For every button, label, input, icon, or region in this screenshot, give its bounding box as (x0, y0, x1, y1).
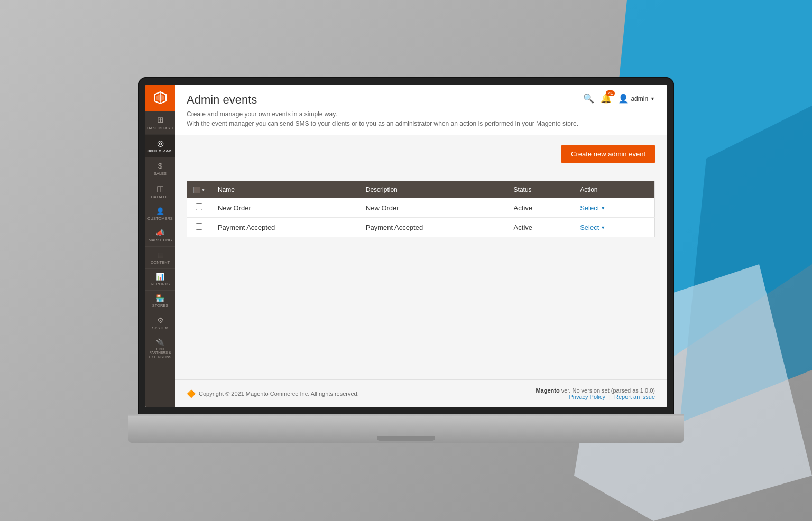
catalog-icon: ◫ (156, 184, 164, 193)
table-header-status: Status (508, 181, 574, 199)
th-arrow-icon: ▼ (201, 188, 205, 192)
footer-left: 🔶 Copyright © 2021 Magento Commerce Inc.… (187, 389, 359, 398)
content-area: Create new admin event ▼ (175, 135, 667, 379)
360nrs-icon: ◎ (157, 138, 164, 148)
sidebar-item-system[interactable]: ⚙ SYSTEM (145, 312, 175, 334)
chevron-down-icon: ▼ (650, 96, 655, 101)
table-row: Payment Accepted Payment Accepted Active… (187, 218, 655, 237)
laptop-base (128, 414, 684, 443)
table-header-checkbox: ▼ (187, 181, 211, 199)
dashboard-icon: ⊞ (157, 115, 164, 125)
row-2-description: Payment Accepted (359, 218, 508, 237)
select-arrow-icon: ▼ (601, 225, 605, 230)
admin-avatar-icon: 👤 (618, 94, 629, 104)
system-icon: ⚙ (157, 316, 164, 324)
table-header-description: Description (359, 181, 508, 199)
sidebar-item-label: CATALOG (151, 194, 170, 199)
sidebar-item-label: DASHBOARD (147, 126, 173, 131)
customers-icon: 👤 (156, 207, 164, 215)
sidebar: ⊞ DASHBOARD ◎ 360NRS-SMS $ SALES ◫ CATAL… (145, 85, 175, 407)
row-1-checkbox[interactable] (196, 203, 202, 210)
notification-badge: 41 (606, 90, 615, 96)
sidebar-item-find-partners[interactable]: 🔌 FIND PARTNERS & EXTENSIONS (145, 334, 175, 363)
page-footer: 🔶 Copyright © 2021 Magento Commerce Inc.… (175, 379, 667, 407)
row-2-select-link[interactable]: Select ▼ (580, 224, 605, 231)
row-1-description: New Order (359, 198, 508, 218)
page-header-left: Admin events Create and manage your own … (187, 93, 578, 128)
sidebar-item-label: STORES (152, 303, 169, 308)
page-subtitle-2: With the event manager you can send SMS … (187, 119, 578, 128)
main-area: Admin events Create and manage your own … (175, 85, 667, 407)
create-admin-event-button[interactable]: Create new admin event (561, 145, 655, 163)
footer-magento-label: Magento (536, 387, 561, 394)
row-2-checkbox[interactable] (196, 223, 202, 230)
sidebar-item-dashboard[interactable]: ⊞ DASHBOARD (145, 111, 175, 134)
page-header: Admin events Create and manage your own … (175, 85, 667, 135)
notification-wrapper: 🔔 41 (601, 93, 612, 104)
stores-icon: 🏪 (156, 294, 164, 302)
footer-right: Magento ver. No version set (parsed as 1… (536, 387, 655, 400)
search-button[interactable]: 🔍 (583, 93, 594, 104)
magento-logo[interactable] (145, 85, 175, 111)
th-checkbox[interactable] (193, 187, 200, 193)
sales-icon: $ (158, 161, 162, 170)
footer-report-issue-link[interactable]: Report an issue (614, 394, 655, 400)
sidebar-item-sales[interactable]: $ SALES (145, 157, 175, 180)
svg-marker-1 (680, 106, 812, 423)
table-row: New Order New Order Active Select ▼ (187, 198, 655, 218)
marketing-icon: 📣 (156, 229, 164, 237)
sidebar-item-label: CUSTOMERS (147, 216, 173, 221)
sidebar-item-reports[interactable]: 📊 REPORTS (145, 268, 175, 290)
sidebar-item-label: SYSTEM (152, 325, 169, 330)
footer-privacy-policy-link[interactable]: Privacy Policy (569, 394, 607, 400)
row-1-select-link[interactable]: Select ▼ (580, 204, 605, 212)
reports-icon: 📊 (156, 273, 164, 281)
row-2-action: Select ▼ (574, 218, 654, 237)
sidebar-item-stores[interactable]: 🏪 STORES (145, 290, 175, 312)
sidebar-item-label: 360NRS-SMS (148, 149, 173, 153)
table-header-name: Name (211, 181, 359, 199)
sidebar-item-label: FIND PARTNERS & EXTENSIONS (147, 347, 173, 359)
sidebar-item-content[interactable]: ▤ CONTENT (145, 246, 175, 268)
page-title: Admin events (187, 93, 578, 107)
sidebar-item-360nrs[interactable]: ◎ 360NRS-SMS (145, 134, 175, 157)
footer-separator: | (609, 394, 611, 400)
page-subtitle-1: Create and manage your own events in a s… (187, 109, 578, 119)
row-1-name: New Order (211, 198, 359, 218)
sidebar-item-label: MARKETING (149, 238, 172, 243)
row-1-action: Select ▼ (574, 198, 654, 218)
row-2-name: Payment Accepted (211, 218, 359, 237)
events-table: ▼ Name Description Status Action (187, 181, 655, 237)
row-1-checkbox-cell (187, 198, 211, 218)
select-arrow-icon: ▼ (601, 206, 605, 211)
header-actions: 🔍 🔔 41 👤 admin ▼ (583, 93, 655, 104)
laptop-trackpad (377, 436, 435, 441)
sidebar-item-customers[interactable]: 👤 CUSTOMERS (145, 203, 175, 225)
action-bar: Create new admin event (187, 145, 655, 171)
footer-copyright: Copyright © 2021 Magento Commerce Inc. A… (199, 390, 359, 397)
admin-menu-button[interactable]: 👤 admin ▼ (618, 94, 655, 104)
row-2-checkbox-cell (187, 218, 211, 237)
row-1-status: Active (508, 198, 574, 218)
content-icon: ▤ (157, 250, 164, 259)
table-header-action: Action (574, 181, 654, 199)
sidebar-item-label: CONTENT (151, 260, 170, 265)
sidebar-item-catalog[interactable]: ◫ CATALOG (145, 180, 175, 203)
find-partners-icon: 🔌 (156, 338, 164, 346)
footer-magento-logo: 🔶 (187, 389, 196, 398)
footer-version: ver. No version set (parsed as 1.0.0) (561, 387, 655, 394)
row-2-status: Active (508, 218, 574, 237)
admin-label: admin (631, 95, 648, 103)
sidebar-item-label: REPORTS (151, 282, 170, 286)
sidebar-item-marketing[interactable]: 📣 MARKETING (145, 225, 175, 246)
th-checkbox-container: ▼ (193, 187, 205, 193)
sidebar-item-label: SALES (154, 171, 167, 176)
